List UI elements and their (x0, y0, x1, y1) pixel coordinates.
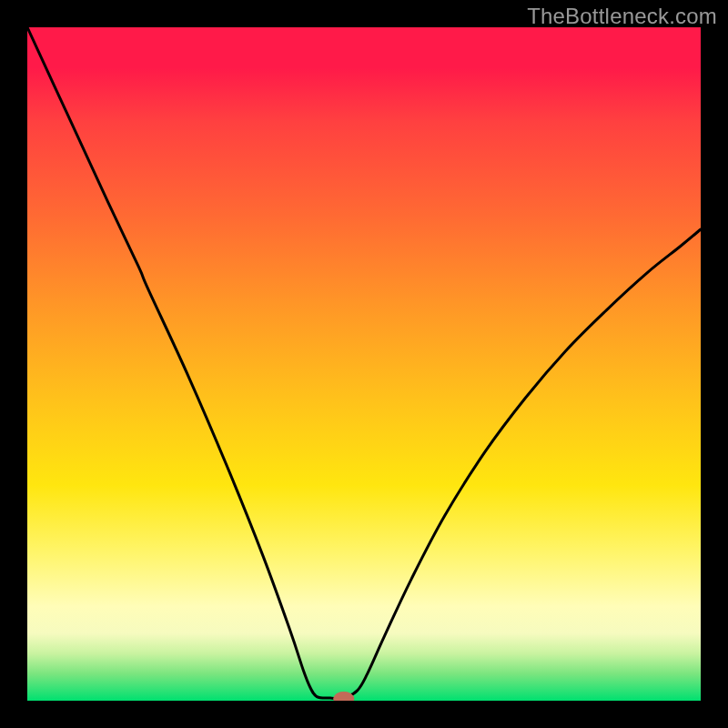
optimal-marker (334, 692, 354, 701)
bottleneck-curve (27, 27, 701, 699)
chart-container: TheBottleneck.com (0, 0, 728, 728)
watermark-text: TheBottleneck.com (527, 4, 717, 29)
curve-svg (27, 27, 701, 701)
plot-area (27, 27, 701, 701)
